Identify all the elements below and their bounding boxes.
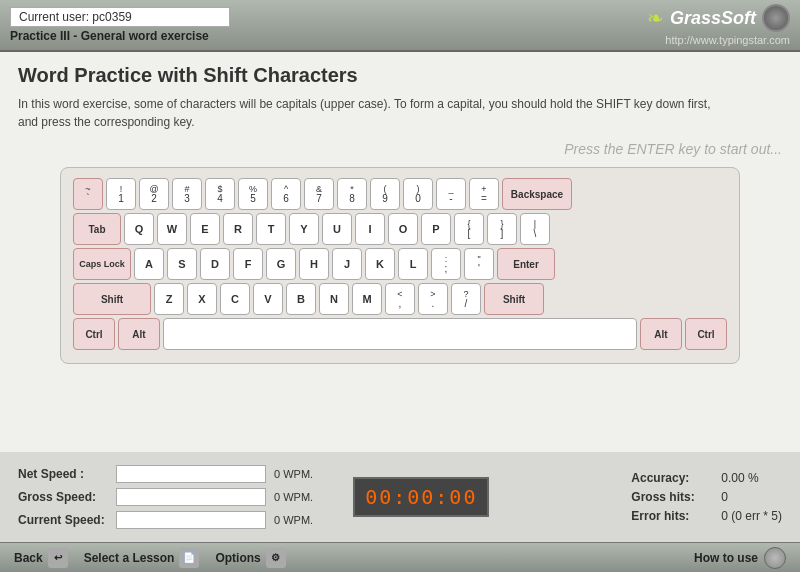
key-5[interactable]: %5 <box>238 178 268 210</box>
gross-speed-unit: 0 WPM. <box>274 491 313 503</box>
key-p[interactable]: P <box>421 213 451 245</box>
current-speed-input[interactable] <box>116 511 266 529</box>
net-speed-label: Net Speed : <box>18 467 108 481</box>
key-ctrl-right[interactable]: Ctrl <box>685 318 727 350</box>
key-q[interactable]: Q <box>124 213 154 245</box>
current-user-bar: Current user: pc0359 <box>10 7 230 27</box>
key-rbracket[interactable]: }] <box>487 213 517 245</box>
accuracy-row: Accuracy: 0.00 % <box>631 471 782 485</box>
key-e[interactable]: E <box>190 213 220 245</box>
key-j[interactable]: J <box>332 248 362 280</box>
key-4[interactable]: $4 <box>205 178 235 210</box>
key-backslash[interactable]: |\ <box>520 213 550 245</box>
gross-speed-label: Gross Speed: <box>18 490 108 504</box>
key-g[interactable]: G <box>266 248 296 280</box>
select-lesson-label: Select a Lesson <box>84 551 175 565</box>
stats-right: Accuracy: 0.00 % Gross hits: 0 Error hit… <box>631 471 782 523</box>
key-z[interactable]: Z <box>154 283 184 315</box>
current-speed-unit: 0 WPM. <box>274 514 313 526</box>
key-shift-left[interactable]: Shift <box>73 283 151 315</box>
key-shift-right[interactable]: Shift <box>484 283 544 315</box>
practice-label: Practice III - General word exercise <box>10 29 230 43</box>
keyboard-row-4: Shift Z X C V B N M <, >. ?/ Shift <box>73 283 727 315</box>
footer-left: Back ↩ Select a Lesson 📄 Options ⚙ <box>14 548 286 568</box>
key-2[interactable]: @2 <box>139 178 169 210</box>
error-hits-value: 0 (0 err * 5) <box>721 509 782 523</box>
key-equals[interactable]: += <box>469 178 499 210</box>
key-minus[interactable]: _- <box>436 178 466 210</box>
key-comma[interactable]: <, <box>385 283 415 315</box>
net-speed-input[interactable] <box>116 465 266 483</box>
key-r[interactable]: R <box>223 213 253 245</box>
key-s[interactable]: S <box>167 248 197 280</box>
select-lesson-button[interactable]: Select a Lesson 📄 <box>84 548 200 568</box>
key-enter[interactable]: Enter <box>497 248 555 280</box>
key-0[interactable]: )0 <box>403 178 433 210</box>
key-spacebar[interactable] <box>163 318 637 350</box>
stats-area: Net Speed : 0 WPM. Gross Speed: 0 WPM. C… <box>0 452 800 542</box>
back-button[interactable]: Back ↩ <box>14 548 68 568</box>
timer-display: 00:00:00 <box>353 477 489 517</box>
key-tab[interactable]: Tab <box>73 213 121 245</box>
current-user-label: Current user: pc0359 <box>19 10 132 24</box>
key-6[interactable]: ^6 <box>271 178 301 210</box>
brand-url: http://www.typingstar.com <box>665 34 790 46</box>
accuracy-label: Accuracy: <box>631 471 711 485</box>
options-button[interactable]: Options ⚙ <box>215 548 285 568</box>
key-backspace[interactable]: Backspace <box>502 178 572 210</box>
keyboard-row-5: Ctrl Alt Alt Ctrl <box>73 318 727 350</box>
key-tilde[interactable]: ~` <box>73 178 103 210</box>
key-x[interactable]: X <box>187 283 217 315</box>
key-alt-right[interactable]: Alt <box>640 318 682 350</box>
key-alt-left[interactable]: Alt <box>118 318 160 350</box>
header-left: Current user: pc0359 Practice III - Gene… <box>10 7 230 43</box>
timer-container: 00:00:00 <box>353 477 489 517</box>
keyboard-row-1: ~` !1 @2 #3 $4 %5 ^6 &7 *8 (9 )0 _- += B… <box>73 178 727 210</box>
back-icon: ↩ <box>48 548 68 568</box>
key-h[interactable]: H <box>299 248 329 280</box>
accuracy-value: 0.00 % <box>721 471 758 485</box>
key-o[interactable]: O <box>388 213 418 245</box>
keyboard-row-3: Caps Lock A S D F G H J K L :; "' Enter <box>73 248 727 280</box>
how-to-use-icon[interactable] <box>764 547 786 569</box>
header: Current user: pc0359 Practice III - Gene… <box>0 0 800 52</box>
how-to-use-label[interactable]: How to use <box>694 551 758 565</box>
key-k[interactable]: K <box>365 248 395 280</box>
options-icon: ⚙ <box>266 548 286 568</box>
key-capslock[interactable]: Caps Lock <box>73 248 131 280</box>
key-ctrl-left[interactable]: Ctrl <box>73 318 115 350</box>
key-c[interactable]: C <box>220 283 250 315</box>
keyboard: ~` !1 @2 #3 $4 %5 ^6 &7 *8 (9 )0 _- += B… <box>60 167 740 364</box>
key-l[interactable]: L <box>398 248 428 280</box>
key-m[interactable]: M <box>352 283 382 315</box>
key-1[interactable]: !1 <box>106 178 136 210</box>
key-a[interactable]: A <box>134 248 164 280</box>
keyboard-row-2: Tab Q W E R T Y U I O P {[ }] |\ <box>73 213 727 245</box>
key-quote[interactable]: "' <box>464 248 494 280</box>
key-7[interactable]: &7 <box>304 178 334 210</box>
options-label: Options <box>215 551 260 565</box>
key-v[interactable]: V <box>253 283 283 315</box>
key-semicolon[interactable]: :; <box>431 248 461 280</box>
key-9[interactable]: (9 <box>370 178 400 210</box>
key-w[interactable]: W <box>157 213 187 245</box>
key-8[interactable]: *8 <box>337 178 367 210</box>
gross-speed-input[interactable] <box>116 488 266 506</box>
select-lesson-icon: 📄 <box>179 548 199 568</box>
key-b[interactable]: B <box>286 283 316 315</box>
net-speed-row: Net Speed : 0 WPM. <box>18 465 313 483</box>
key-y[interactable]: Y <box>289 213 319 245</box>
stats-left: Net Speed : 0 WPM. Gross Speed: 0 WPM. C… <box>18 465 313 529</box>
key-lbracket[interactable]: {[ <box>454 213 484 245</box>
key-3[interactable]: #3 <box>172 178 202 210</box>
key-u[interactable]: U <box>322 213 352 245</box>
key-period[interactable]: >. <box>418 283 448 315</box>
key-n[interactable]: N <box>319 283 349 315</box>
key-slash[interactable]: ?/ <box>451 283 481 315</box>
key-f[interactable]: F <box>233 248 263 280</box>
key-t[interactable]: T <box>256 213 286 245</box>
press-enter-hint: Press the ENTER key to start out... <box>18 141 782 157</box>
brand-name: GrassSoft <box>670 8 756 29</box>
key-i[interactable]: I <box>355 213 385 245</box>
key-d[interactable]: D <box>200 248 230 280</box>
